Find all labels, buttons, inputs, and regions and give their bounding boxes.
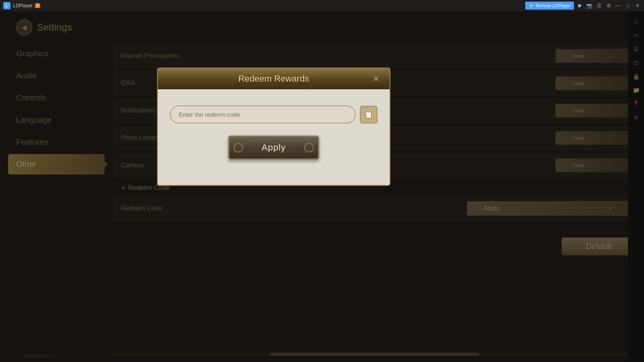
minimize-button[interactable]: —: [614, 2, 622, 10]
title-bar: L LDPlayer 9 ⚡ Remote LDPlayer ⏺ 📷 ☰ ⚙ —…: [0, 0, 644, 11]
app-version-badge: 9: [35, 3, 40, 8]
modal-close-button[interactable]: ✕: [370, 73, 382, 84]
redeem-input-row: 📋: [170, 105, 378, 123]
menu-button[interactable]: ☰: [595, 2, 603, 10]
modal-title-bar: Redeem Rewards ✕: [157, 68, 390, 89]
redeem-code-input[interactable]: [170, 105, 356, 123]
screenshot-button[interactable]: 📷: [585, 2, 593, 10]
modal-apply-button[interactable]: Apply: [228, 136, 319, 160]
remote-icon: ⚡: [528, 3, 534, 8]
paste-button[interactable]: 📋: [360, 106, 378, 123]
settings-button[interactable]: ⚙: [605, 2, 613, 10]
title-bar-right: ⚡ Remote LDPlayer ⏺ 📷 ☰ ⚙ — □ ✕: [525, 2, 644, 10]
redeem-modal: Redeem Rewards ✕ 📋 Apply: [157, 68, 390, 186]
title-bar-left: L LDPlayer 9: [0, 2, 40, 9]
modal-title: Redeem Rewards: [177, 74, 370, 84]
record-button[interactable]: ⏺: [576, 2, 584, 10]
remote-ldplayer-button[interactable]: ⚡ Remote LDPlayer: [525, 2, 574, 10]
modal-overlay[interactable]: [0, 11, 644, 362]
app-logo: L: [3, 2, 10, 9]
modal-body: 📋 Apply: [157, 89, 390, 186]
main-area: ⬡ ✂ ☰ ⊡ 🔒 📁 📍 ⟳ ◀ Settings Graphics Audi…: [0, 11, 644, 362]
paste-icon: 📋: [364, 110, 373, 119]
close-button[interactable]: ✕: [634, 2, 642, 10]
maximize-button[interactable]: □: [624, 2, 632, 10]
app-name: LDPlayer: [13, 3, 33, 8]
